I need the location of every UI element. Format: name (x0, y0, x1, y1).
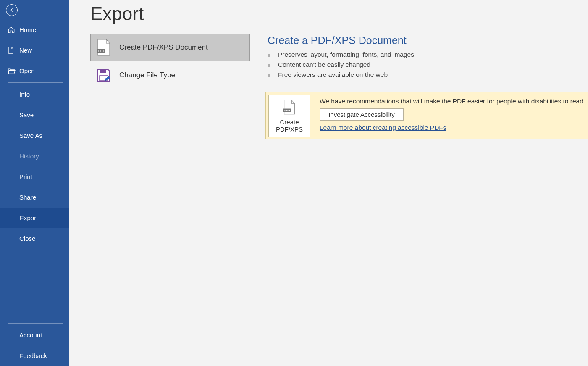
detail-bullet: Preserves layout, formatting, fonts, and… (268, 51, 588, 58)
sidebar-item-close[interactable]: Close (0, 228, 69, 249)
sidebar-item-save-as[interactable]: Save As (0, 125, 69, 146)
sidebar-item-label: Account (19, 332, 42, 339)
detail-bullet: Free viewers are available on the web (268, 71, 588, 79)
sidebar-item-label: Save (19, 111, 34, 118)
sidebar-item-info[interactable]: Info (0, 84, 69, 105)
sidebar-divider (8, 82, 63, 83)
export-options-list: Create PDF/XPS Document Change File Type (90, 34, 250, 139)
sidebar-item-save[interactable]: Save (0, 105, 69, 125)
home-icon (8, 26, 17, 34)
sidebar-item-share[interactable]: Share (0, 187, 69, 208)
sidebar-item-history: History (0, 146, 69, 166)
backstage-sidebar: Home New Open Info Save Save As History … (0, 0, 69, 366)
svg-point-4 (103, 50, 104, 51)
sidebar-item-home[interactable]: Home (0, 19, 69, 40)
accessible-pdfs-learn-more-link[interactable]: Learn more about creating accessible PDF… (320, 124, 446, 132)
svg-point-11 (289, 110, 290, 111)
option-change-file-type[interactable]: Change File Type (90, 61, 250, 89)
sidebar-item-label: Info (19, 91, 30, 98)
svg-point-3 (102, 50, 102, 51)
sidebar-item-label: Share (19, 194, 36, 201)
pdf-document-icon (283, 100, 296, 116)
option-label: Change File Type (119, 71, 175, 79)
sidebar-item-open[interactable]: Open (0, 61, 69, 81)
page-icon (8, 47, 17, 54)
sidebar-divider (8, 323, 63, 324)
sidebar-item-label: Print (19, 173, 32, 180)
arrow-left-icon (9, 7, 15, 13)
sidebar-item-print[interactable]: Print (0, 166, 69, 187)
create-btn-line2: PDF/XPS (276, 126, 303, 133)
export-detail-pane: Create a PDF/XPS Document Preserves layo… (268, 34, 588, 139)
sidebar-item-label: Home (19, 26, 36, 33)
sidebar-item-export[interactable]: Export (0, 208, 69, 228)
svg-point-1 (98, 50, 99, 51)
detail-heading: Create a PDF/XPS Document (268, 34, 588, 47)
sidebar-item-label: Save As (19, 132, 42, 139)
sidebar-item-feedback[interactable]: Feedback (0, 345, 69, 366)
investigate-accessibility-button[interactable]: Investigate Accessibility (320, 108, 404, 121)
svg-point-9 (286, 110, 287, 111)
create-pdf-xps-button[interactable]: Create PDF/XPS (268, 95, 310, 137)
sidebar-item-label: History (19, 153, 39, 160)
option-create-pdf-xps[interactable]: Create PDF/XPS Document (90, 34, 250, 61)
sidebar-item-label: New (19, 47, 32, 54)
sidebar-item-label: Export (20, 214, 38, 221)
sidebar-item-label: Close (19, 235, 35, 242)
sidebar-item-account[interactable]: Account (0, 325, 69, 345)
accessibility-text-block: We have recommendations that will make t… (320, 95, 585, 137)
folder-open-icon (8, 68, 17, 74)
content-area: Export Create PDF/XPS Document (69, 0, 588, 366)
back-button[interactable] (6, 4, 18, 16)
page-title: Export (90, 3, 588, 24)
option-label: Create PDF/XPS Document (119, 43, 208, 52)
sidebar-item-label: Open (19, 67, 35, 74)
sidebar-item-label: Feedback (19, 352, 47, 359)
svg-point-8 (284, 110, 285, 111)
detail-bullet: Content can't be easily changed (268, 61, 588, 68)
sidebar-item-new[interactable]: New (0, 40, 69, 61)
accessibility-panel: Create PDF/XPS We have recommendations t… (265, 92, 588, 139)
accessibility-message: We have recommendations that will make t… (320, 97, 585, 105)
svg-point-2 (100, 50, 101, 51)
create-btn-line1: Create (280, 118, 299, 126)
pdf-document-icon (95, 39, 113, 56)
svg-rect-5 (100, 69, 106, 73)
detail-bullets: Preserves layout, formatting, fonts, and… (268, 51, 588, 79)
svg-point-10 (287, 110, 288, 111)
save-file-type-icon (95, 66, 113, 84)
